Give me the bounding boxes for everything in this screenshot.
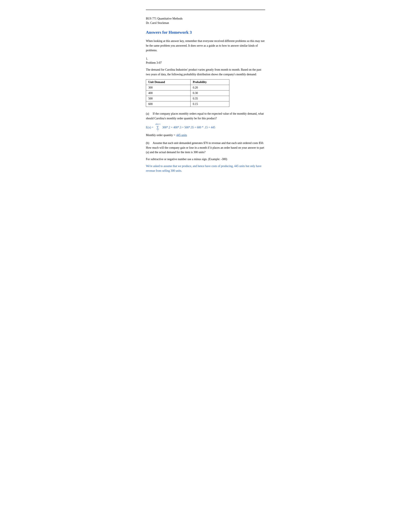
table-row: 6000.15 [146, 101, 229, 107]
sigma-symbol: ∑ [157, 125, 159, 129]
formula-line: E(x) = xf|x|=i ∑ i 300*.2 + 400*.3 + 500… [146, 123, 265, 132]
order-qty-label: Monthly order quantity = [146, 133, 175, 137]
probability-table: Unit Demand Probability 3000.204000.3050… [146, 79, 229, 107]
part-b-text: Assume that each unit demanded generates… [146, 141, 264, 154]
part-a-text: If the company places monthly orders equ… [146, 112, 264, 120]
table-row: 3000.20 [146, 85, 229, 90]
part-b-section: (b) Assume that each unit demanded gener… [146, 141, 265, 173]
part-a-label: (a) [146, 112, 152, 115]
order-qty-value: 445 units [176, 133, 187, 137]
sigma-top: xf|x|=i [155, 123, 160, 125]
page-title: Answers for Homework 3 [146, 30, 265, 35]
course-name: BUS 771 Quantitative Methods [146, 17, 265, 21]
problem-description: The demand for Carolina Industries' prod… [146, 67, 265, 77]
part-a-section: (a) If the company places monthly orders… [146, 111, 265, 137]
part-a-question: (a) If the company places monthly orders… [146, 111, 265, 121]
problem-number: 1. [146, 57, 265, 60]
top-divider [146, 10, 265, 10]
problem-label: Problem 3-07 [146, 61, 265, 65]
intro-paragraph: When looking at this answer key, remembe… [146, 39, 265, 53]
part-b-note: For subtractive or negative number use a… [146, 157, 265, 162]
instructor-name: Dr. Carol Stockman [146, 21, 265, 25]
table-row: 4000.30 [146, 90, 229, 96]
sigma-bottom: i [158, 129, 158, 132]
part-b-label: (b) [146, 141, 152, 145]
order-qty-line: Monthly order quantity = 445 units [146, 133, 265, 137]
formula-expression: 300*.2 + 400*.3 + 500*.35 + 600 * .15 = … [162, 126, 215, 129]
table-row: 5000.35 [146, 96, 229, 101]
sigma-notation: xf|x|=i ∑ i [155, 123, 160, 132]
part-b-question: (b) Assume that each unit demanded gener… [146, 141, 265, 155]
table-header-demand: Unit Demand [146, 79, 190, 85]
header-info: BUS 771 Quantitative Methods Dr. Carol S… [146, 17, 265, 25]
ex-label: E(x) = [146, 126, 153, 129]
part-b-blue-answer: We're asked to assume that we produce, a… [146, 164, 265, 173]
table-header-probability: Probability [190, 79, 229, 85]
